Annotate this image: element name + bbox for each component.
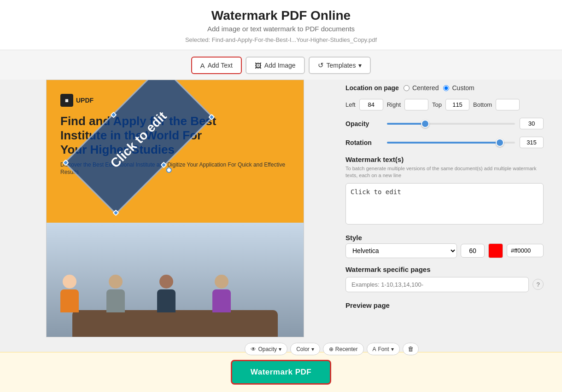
add-text-button[interactable]: A Add Text <box>191 57 242 74</box>
color-button[interactable]: Color ▾ <box>290 343 320 355</box>
rotation-thumb[interactable] <box>496 138 504 147</box>
main-toolbar: A Add Text 🖼 Add Image ↺ Templates ▾ <box>0 50 562 80</box>
rotation-track[interactable] <box>387 142 515 144</box>
person-head-4 <box>215 275 228 288</box>
bottom-label: Bottom <box>473 101 492 108</box>
person-head-2 <box>109 275 123 288</box>
people-scene <box>47 223 304 337</box>
rotation-value[interactable]: 315 <box>520 137 544 148</box>
watermark-pdf-button[interactable]: Watermark PDF <box>231 360 331 385</box>
font-icon: A <box>373 346 376 352</box>
opacity-chevron: ▾ <box>279 346 281 352</box>
person-body-3 <box>157 289 176 312</box>
watermark-texts-title: Watermark text(s) <box>345 156 544 163</box>
templates-button[interactable]: ↺ Templates ▾ <box>309 57 371 74</box>
color-hex-input[interactable] <box>507 244 544 257</box>
opacity-value[interactable]: 30 <box>520 118 544 129</box>
pages-help-icon[interactable]: ? <box>533 279 544 290</box>
text-icon: A <box>200 62 205 69</box>
position-inputs: Left Right Top Bottom <box>345 99 544 110</box>
font-select[interactable]: Helvetica Arial Times New Roman Courier … <box>345 243 457 258</box>
rotation-fill <box>387 142 500 144</box>
pdf-top-section: ▦ UPDF Find and Apply for the Best Insti… <box>47 80 304 223</box>
custom-radio-group: Custom <box>443 84 474 92</box>
recenter-button[interactable]: ⊕ Recenter <box>323 343 364 355</box>
add-image-button[interactable]: 🖼 Add Image <box>246 57 305 74</box>
opacity-fill <box>387 123 425 125</box>
opacity-slider-row: Opacity 30 <box>345 118 544 129</box>
pdf-image-section <box>47 223 304 337</box>
person-body-4 <box>212 289 231 312</box>
watermark-textarea[interactable]: Click to edit <box>345 183 544 225</box>
custom-label[interactable]: Custom <box>452 84 474 92</box>
page-header: Watermark PDF Online Add image or text w… <box>0 0 562 50</box>
image-icon: 🖼 <box>255 62 262 69</box>
rotation-slider-row: Rotation 315 <box>345 137 544 148</box>
page-title: Watermark PDF Online <box>0 8 562 23</box>
left-input[interactable] <box>359 99 383 110</box>
bottom-bar: Watermark PDF <box>0 352 562 392</box>
opacity-thumb[interactable] <box>421 120 429 128</box>
custom-radio[interactable] <box>443 85 449 91</box>
watermark-hint: To batch generate multiple versions of t… <box>345 165 544 179</box>
color-swatch[interactable] <box>488 243 503 258</box>
page-subtitle: Add image or text watermark to PDF docum… <box>0 25 562 33</box>
bottom-input[interactable] <box>496 99 520 110</box>
centered-radio[interactable] <box>404 85 410 91</box>
recenter-icon: ⊕ <box>329 346 334 352</box>
pdf-preview: ▦ UPDF Find and Apply for the Best Insti… <box>46 80 304 337</box>
watermark-display-text: Click to edit <box>108 109 170 171</box>
pages-label: Watermark specific pages <box>345 265 544 273</box>
main-content: ▦ UPDF Find and Apply for the Best Insti… <box>0 80 562 365</box>
pages-input[interactable] <box>345 277 529 292</box>
templates-icon: ↺ <box>318 61 324 69</box>
font-chevron: ▾ <box>391 346 394 352</box>
person-figure-1 <box>60 275 79 312</box>
person-figure-4 <box>212 275 231 312</box>
delete-watermark-button[interactable]: 🗑 <box>403 343 419 355</box>
opacity-slider-label: Opacity <box>345 120 382 127</box>
selected-file: Selected: Find-and-Apply-For-the-Best-I.… <box>0 36 562 43</box>
right-input[interactable] <box>404 99 428 110</box>
watermark-handle-tm[interactable] <box>110 111 117 118</box>
opacity-button[interactable]: 👁 Opacity ▾ <box>245 343 287 355</box>
person-body-2 <box>106 289 125 312</box>
watermark-handle-bl[interactable] <box>112 209 119 216</box>
top-input[interactable] <box>445 99 469 110</box>
table-shape <box>72 310 278 337</box>
person-figure-2 <box>106 275 125 312</box>
person-figure-3 <box>157 275 176 312</box>
opacity-track[interactable] <box>387 123 515 125</box>
font-size-input[interactable] <box>461 244 485 258</box>
person-head-3 <box>159 275 173 288</box>
font-button[interactable]: A Font ▾ <box>367 343 400 355</box>
pages-input-row: ? <box>345 277 544 292</box>
watermark-inline-toolbar: 👁 Opacity ▾ Color ▾ ⊕ Recenter A Font ▾ … <box>175 343 488 355</box>
top-label: Top <box>432 101 442 108</box>
location-row: Location on page Centered Custom <box>345 84 544 92</box>
preview-page-label: Preview page <box>345 301 544 309</box>
location-label: Location on page <box>345 84 399 92</box>
color-chevron: ▾ <box>311 346 314 352</box>
updf-logo-text: UPDF <box>76 97 94 104</box>
preview-area: ▦ UPDF Find and Apply for the Best Insti… <box>18 80 332 356</box>
person-body-1 <box>60 289 79 312</box>
rotation-slider-label: Rotation <box>345 139 382 146</box>
delete-icon: 🗑 <box>408 346 414 352</box>
updf-logo-icon: ▦ <box>60 94 73 107</box>
left-label: Left <box>345 101 356 108</box>
style-title: Style <box>345 234 544 242</box>
opacity-icon: 👁 <box>251 346 256 352</box>
centered-label[interactable]: Centered <box>412 84 439 92</box>
style-row: Helvetica Arial Times New Roman Courier … <box>345 243 544 258</box>
person-head-1 <box>63 275 76 288</box>
centered-radio-group: Centered <box>404 84 439 92</box>
right-panel: Location on page Centered Custom Left Ri… <box>332 80 544 356</box>
templates-chevron: ▾ <box>358 62 362 69</box>
right-label: Right <box>387 101 401 108</box>
